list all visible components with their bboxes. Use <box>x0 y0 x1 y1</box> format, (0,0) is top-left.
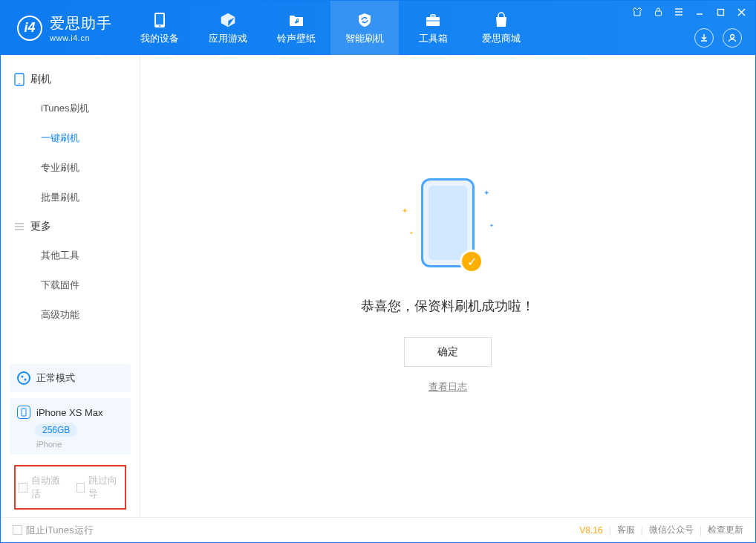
device-icon <box>17 406 30 419</box>
svg-rect-5 <box>717 9 723 15</box>
menu-icon[interactable] <box>671 5 687 19</box>
maximize-button[interactable] <box>712 5 729 19</box>
lock-icon[interactable] <box>650 5 666 19</box>
tshirt-icon[interactable] <box>629 5 645 19</box>
device-storage: 256GB <box>35 423 77 437</box>
list-icon <box>14 222 25 231</box>
sparkle-icon: ✦ <box>402 207 408 215</box>
success-illustration: ✦ ✦ ✦ ✦ ✓ <box>388 178 507 275</box>
bag-icon <box>492 11 510 29</box>
check-update-link[interactable]: 检查更新 <box>708 524 743 536</box>
group-label: 更多 <box>30 220 51 233</box>
sidebar-item-download-fw[interactable]: 下载固件 <box>1 270 140 300</box>
header: i4 爱思助手 www.i4.cn 我的设备 应用游戏 铃声壁纸 智能刷机 <box>1 1 755 55</box>
phone-outline-icon <box>14 73 25 86</box>
body: 刷机 iTunes刷机 一键刷机 专业刷机 批量刷机 更多 其他工具 下载固件 … <box>1 55 755 517</box>
customer-service-link[interactable]: 客服 <box>617 524 635 536</box>
close-button[interactable] <box>733 5 749 19</box>
tab-label: 爱思商城 <box>482 32 521 45</box>
svg-rect-12 <box>431 15 435 17</box>
header-right-buttons <box>694 28 742 48</box>
svg-rect-11 <box>426 17 440 26</box>
tab-label: 应用游戏 <box>209 32 247 45</box>
phone-icon <box>151 11 169 29</box>
sparkle-icon: ✦ <box>409 230 414 236</box>
app-url: www.i4.cn <box>50 33 112 42</box>
tab-store[interactable]: 爱思商城 <box>467 1 535 55</box>
chk-label: 阻止iTunes运行 <box>26 524 94 537</box>
option-highlight-box: 自动激活 跳过向导 <box>14 465 126 510</box>
wechat-link[interactable]: 微信公众号 <box>649 524 694 536</box>
music-folder-icon <box>287 11 305 29</box>
device-card[interactable]: iPhone XS Max 256GB iPhone <box>10 398 131 455</box>
tab-label: 我的设备 <box>140 32 179 45</box>
view-log-link[interactable]: 查看日志 <box>428 380 467 394</box>
tab-ringtone[interactable]: 铃声壁纸 <box>262 1 330 55</box>
svg-point-10 <box>159 25 160 27</box>
success-message: 恭喜您，保资料刷机成功啦！ <box>361 297 535 315</box>
sidebar-item-oneclick-flash[interactable]: 一键刷机 <box>1 123 140 153</box>
svg-rect-9 <box>156 14 163 25</box>
svg-point-16 <box>19 83 20 85</box>
download-button[interactable] <box>694 28 714 48</box>
footer: 阻止iTunes运行 V8.16 | 客服 | 微信公众号 | 检查更新 <box>1 517 755 542</box>
app-window: i4 爱思助手 www.i4.cn 我的设备 应用游戏 铃声壁纸 智能刷机 <box>0 0 756 543</box>
tab-tools[interactable]: 工具箱 <box>399 1 467 55</box>
user-button[interactable] <box>723 28 742 48</box>
sidebar-item-advanced[interactable]: 高级功能 <box>1 300 140 330</box>
app-name: 爱思助手 <box>50 13 112 33</box>
tab-flash[interactable]: 智能刷机 <box>330 1 399 55</box>
device-name: iPhone XS Max <box>36 407 103 418</box>
svg-point-20 <box>22 376 24 378</box>
toolbox-icon <box>424 11 442 29</box>
tab-label: 铃声壁纸 <box>277 32 316 45</box>
sidebar-item-other-tools[interactable]: 其他工具 <box>1 241 140 270</box>
chk-label: 跳过向导 <box>88 474 122 501</box>
sidebar-item-itunes-flash[interactable]: iTunes刷机 <box>1 94 140 123</box>
main-content: ✦ ✦ ✦ ✦ ✓ 恭喜您，保资料刷机成功啦！ 确定 查看日志 <box>140 55 755 517</box>
checkbox-stop-itunes[interactable]: 阻止iTunes运行 <box>13 524 94 537</box>
tab-device[interactable]: 我的设备 <box>126 1 194 55</box>
mode-icon <box>17 371 30 385</box>
mode-label: 正常模式 <box>36 371 75 385</box>
mode-card[interactable]: 正常模式 <box>10 364 131 392</box>
check-badge-icon: ✓ <box>460 250 483 273</box>
tab-label: 工具箱 <box>419 32 448 45</box>
svg-rect-22 <box>22 409 26 416</box>
svg-rect-0 <box>655 11 661 16</box>
checkbox-skip-guide[interactable]: 跳过向导 <box>76 474 123 501</box>
tab-label: 智能刷机 <box>345 32 384 45</box>
sidebar: 刷机 iTunes刷机 一键刷机 专业刷机 批量刷机 更多 其他工具 下载固件 … <box>1 55 140 517</box>
sidebar-group-flash: 刷机 <box>1 65 140 94</box>
checkbox-auto-activate[interactable]: 自动激活 <box>19 474 65 501</box>
device-type: iPhone <box>36 440 123 449</box>
tab-apps[interactable]: 应用游戏 <box>194 1 262 55</box>
svg-point-14 <box>731 35 734 39</box>
ok-button[interactable]: 确定 <box>404 337 492 367</box>
minimize-button[interactable] <box>691 5 708 19</box>
titlebar-controls <box>629 5 749 19</box>
sidebar-item-pro-flash[interactable]: 专业刷机 <box>1 153 140 183</box>
group-label: 刷机 <box>30 73 51 86</box>
sparkle-icon: ✦ <box>483 189 489 197</box>
chk-label: 自动激活 <box>31 474 65 501</box>
version-label: V8.16 <box>579 525 602 536</box>
logo-icon: i4 <box>17 16 42 41</box>
shield-refresh-icon <box>356 11 374 29</box>
sidebar-group-more: 更多 <box>1 212 140 241</box>
sidebar-item-batch-flash[interactable]: 批量刷机 <box>1 183 140 212</box>
svg-point-21 <box>25 379 27 381</box>
nav-tabs: 我的设备 应用游戏 铃声壁纸 智能刷机 工具箱 爱思商城 <box>126 1 535 55</box>
sparkle-icon: ✦ <box>489 223 494 229</box>
cube-icon <box>219 11 237 29</box>
logo: i4 爱思助手 www.i4.cn <box>1 13 126 42</box>
